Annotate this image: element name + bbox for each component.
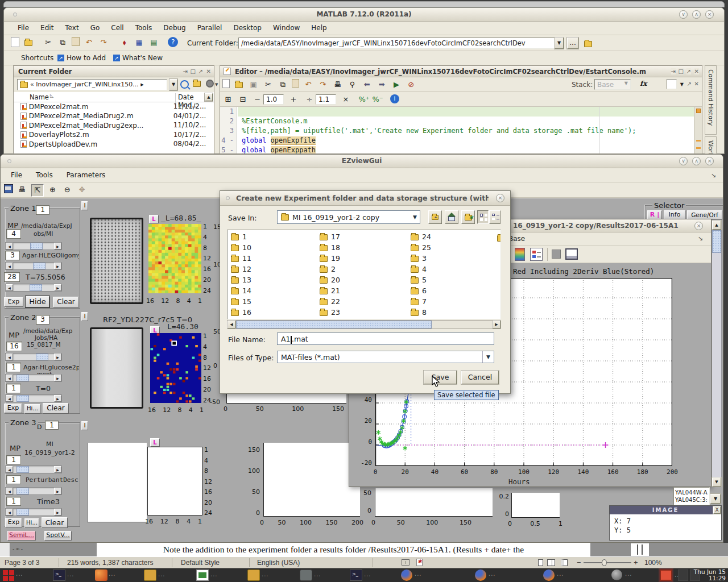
simulink-icon[interactable]: ⬧ bbox=[119, 37, 130, 48]
save-in-combo[interactable]: MI 16_0919_yor1-2 copy ▼ bbox=[277, 210, 420, 224]
zoom-out-control[interactable]: − bbox=[577, 558, 581, 567]
editor-forward-icon[interactable]: ➡ bbox=[376, 79, 387, 90]
dock-icon[interactable]: ⇥ bbox=[183, 68, 188, 74]
grid-view-button[interactable] bbox=[477, 210, 489, 224]
paste-icon[interactable] bbox=[72, 37, 80, 46]
zone1-time-field[interactable]: 28 bbox=[4, 272, 20, 282]
taskbar-grid-logo-icon[interactable] bbox=[2, 569, 15, 581]
scroll-up-arrow[interactable]: ▲ bbox=[205, 93, 213, 101]
zone2-i-button[interactable]: I bbox=[81, 312, 88, 321]
zone1-l-button[interactable]: L bbox=[149, 215, 159, 223]
legend-icon[interactable] bbox=[530, 248, 543, 261]
indent-icon[interactable]: ⊟ bbox=[237, 94, 249, 105]
scrollbar-up-arrow[interactable]: ▲ bbox=[712, 221, 721, 230]
shortcut-whats-new[interactable]: What's New bbox=[122, 54, 163, 62]
save-in-dropdown-arrow[interactable]: ▼ bbox=[410, 214, 420, 220]
guide-icon[interactable]: ▦ bbox=[134, 37, 145, 48]
new-folder-button[interactable]: ✱ bbox=[461, 210, 475, 224]
multi-page-view-icon[interactable] bbox=[547, 559, 552, 566]
file-name-input[interactable]: A1.mat bbox=[277, 332, 494, 345]
taskbar-firefox-icon[interactable] bbox=[543, 569, 555, 581]
plotD-area[interactable] bbox=[511, 493, 560, 518]
folder-item[interactable]: 8 bbox=[411, 308, 431, 319]
save-icon[interactable] bbox=[4, 184, 13, 193]
results-close-button[interactable]: × bbox=[694, 222, 703, 230]
ezview-maximize-button[interactable]: ∧ bbox=[692, 157, 701, 165]
folder-item[interactable]: 3 bbox=[411, 254, 431, 265]
taskbar-terminal-icon[interactable] bbox=[350, 569, 362, 581]
menu-item[interactable]: Parameters bbox=[60, 168, 113, 182]
zone3-clear-button[interactable]: Clear bbox=[42, 517, 68, 528]
zone1-index-field[interactable]: 1 bbox=[36, 205, 49, 215]
file-row[interactable]: DoverlayPlots2.m 10/17/2... bbox=[14, 131, 214, 140]
editor-open-icon[interactable] bbox=[233, 79, 245, 90]
menu-item[interactable]: Debug bbox=[158, 22, 191, 34]
taskbar-folder-icon[interactable] bbox=[144, 569, 156, 581]
menu-item[interactable]: Help bbox=[305, 22, 332, 34]
edit-plot-tool-icon[interactable]: ⇱ bbox=[31, 184, 44, 197]
up-one-level-icon[interactable] bbox=[193, 80, 201, 88]
zone1-mp-field[interactable]: 4 bbox=[6, 229, 21, 239]
editor-dock-icon[interactable]: ⇥ bbox=[671, 68, 676, 74]
scrollbar-down-arrow[interactable]: ▼ bbox=[712, 477, 721, 487]
zone2-media-field[interactable]: 1 bbox=[6, 363, 21, 372]
home-button[interactable] bbox=[445, 210, 458, 224]
divide-icon[interactable]: ÷ bbox=[304, 94, 315, 105]
menu-item[interactable]: Parallel bbox=[192, 22, 228, 34]
editor-restore-icon[interactable]: □ bbox=[679, 68, 684, 74]
status-style[interactable]: Default Style bbox=[181, 559, 220, 567]
taskbar-speaker-icon[interactable] bbox=[611, 569, 622, 580]
image-window-close[interactable]: X bbox=[713, 506, 721, 514]
status-language[interactable]: English (USA) bbox=[257, 559, 300, 567]
editor-undock-icon[interactable]: ↗ bbox=[686, 68, 691, 74]
taskbar-active-red-icon[interactable] bbox=[660, 569, 672, 581]
zoom-slider-thumb[interactable] bbox=[602, 559, 607, 566]
editor-copy-icon[interactable]: ⧉ bbox=[277, 79, 288, 90]
multiply-icon[interactable]: × bbox=[340, 94, 351, 105]
cut-icon[interactable]: ✂ bbox=[43, 37, 54, 48]
zoom-slider-track[interactable] bbox=[584, 562, 631, 563]
document-modified-icon[interactable]: ✱ bbox=[416, 559, 423, 566]
editor-run-icon[interactable]: ▶ bbox=[391, 79, 402, 90]
up-folder-icon[interactable] bbox=[582, 38, 594, 49]
gene-list-down-arrow[interactable]: ▼ bbox=[710, 494, 721, 504]
editor-cut-icon[interactable]: ✂ bbox=[262, 79, 274, 90]
zone2-mp-field[interactable]: 16 bbox=[6, 342, 22, 351]
folder-item[interactable]: 21 bbox=[320, 286, 340, 297]
zone2-heatmap[interactable] bbox=[150, 333, 201, 403]
hscroll-right-arrow[interactable]: ▶ bbox=[493, 321, 500, 329]
taskbar-folder-icon[interactable] bbox=[247, 569, 260, 581]
current-folder-header[interactable]: Current Folder ⇥ □ ↗ ✕ bbox=[14, 66, 214, 77]
book-view-icon[interactable] bbox=[561, 559, 568, 566]
file-row[interactable]: DMPexcel2mat.m 11/11/2... bbox=[14, 102, 214, 112]
dialog-close-button[interactable]: × bbox=[496, 194, 504, 202]
zone1-heatmap[interactable] bbox=[148, 224, 201, 293]
status-zoom-level[interactable]: 100% bbox=[644, 559, 662, 567]
status-words[interactable]: 215 words, 1,387 characters bbox=[67, 559, 153, 567]
gray-square-icon[interactable] bbox=[552, 250, 561, 259]
browse-folder-button[interactable]: ... bbox=[567, 38, 578, 49]
folder-item[interactable]: 11 bbox=[231, 254, 251, 265]
print-icon[interactable]: 🖶 bbox=[16, 184, 28, 196]
menu-item[interactable]: Go bbox=[85, 22, 106, 34]
zone1-exp-button[interactable]: Exp bbox=[4, 297, 23, 307]
zone1-clear-button[interactable]: Clear bbox=[53, 297, 79, 307]
zone2-hide-button[interactable]: Hi... bbox=[24, 404, 40, 414]
message-mark-1[interactable] bbox=[696, 140, 701, 142]
zone2-time-slider[interactable]: ◀▶ bbox=[5, 394, 62, 402]
gene-listbox[interactable]: YAL044W-AYAL045C:3: bbox=[673, 487, 710, 505]
results-menu-base[interactable]: Base bbox=[508, 235, 525, 243]
cancel-button[interactable]: Cancel bbox=[461, 371, 499, 384]
zone2-clear-button[interactable]: Clear bbox=[43, 403, 69, 414]
help-icon[interactable]: ? bbox=[168, 37, 178, 47]
shortcut-how-to-add[interactable]: How to Add bbox=[67, 54, 106, 62]
zone1-media-slider[interactable]: ◀▶ bbox=[5, 262, 62, 270]
menu-item[interactable]: Tools bbox=[29, 168, 60, 182]
gene-list-item[interactable]: YAL044W-A bbox=[675, 489, 708, 496]
editor-breakpoint-icon[interactable]: ⊘ bbox=[406, 79, 417, 90]
writer-page-text[interactable]: Note the addition to the experiment fold… bbox=[97, 543, 590, 556]
files-of-type-arrow[interactable]: ▼ bbox=[482, 351, 494, 363]
ezview-dock-arrow-icon[interactable]: ↘ bbox=[711, 172, 716, 179]
folder-item[interactable]: 24 bbox=[411, 232, 431, 243]
zone3-heatmap-empty[interactable] bbox=[147, 447, 202, 516]
